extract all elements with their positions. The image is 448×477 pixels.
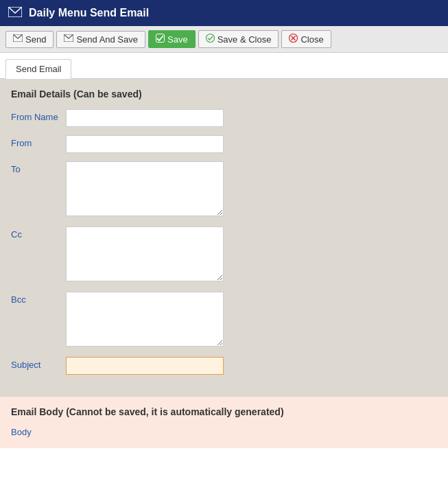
from-name-row: From Name: [11, 109, 437, 127]
save-close-label: Save & Close: [217, 34, 272, 45]
cc-input[interactable]: [66, 226, 224, 281]
from-row: From: [11, 135, 437, 153]
bcc-field: [66, 292, 437, 349]
email-details-section: Email Details (Can be saved) From Name F…: [0, 79, 448, 397]
content: Email Details (Can be saved) From Name F…: [0, 79, 448, 448]
body-label: Body: [11, 427, 437, 437]
from-name-field: [66, 109, 437, 127]
from-input[interactable]: [66, 135, 224, 153]
cc-field: [66, 226, 437, 283]
from-name-input[interactable]: [66, 109, 224, 127]
from-label: From: [11, 135, 66, 148]
subject-label: Subject: [11, 357, 66, 370]
send-envelope-icon: [13, 34, 23, 44]
send-and-save-label: Send And Save: [76, 34, 138, 45]
email-body-title: Email Body (Cannot be saved, it is autom…: [11, 406, 437, 417]
save-check-icon: [156, 34, 165, 45]
toolbar: Send Send And Save Save Save & Close: [0, 26, 448, 53]
send-and-save-button[interactable]: Send And Save: [56, 31, 145, 48]
save-label: Save: [167, 34, 188, 45]
from-field: [66, 135, 437, 153]
send-label: Send: [25, 34, 46, 45]
bcc-row: Bcc: [11, 292, 437, 349]
send-email-tab-label: Send Email: [16, 64, 61, 74]
title-bar: Daily Menu Send Email: [0, 0, 448, 26]
cc-label: Cc: [11, 226, 66, 240]
subject-input[interactable]: [66, 357, 224, 375]
subject-field: [66, 357, 437, 375]
cc-row: Cc: [11, 226, 437, 283]
save-close-check-icon: [206, 34, 215, 45]
bcc-input[interactable]: [66, 292, 224, 347]
to-row: To: [11, 161, 437, 218]
to-field: [66, 161, 437, 218]
send-save-envelope-icon: [64, 34, 73, 44]
tab-bar: Send Email: [0, 53, 448, 79]
save-close-button[interactable]: Save & Close: [198, 30, 279, 48]
from-name-label: From Name: [11, 109, 66, 122]
subject-row: Subject: [11, 357, 437, 375]
envelope-icon: [8, 7, 22, 19]
page-title: Daily Menu Send Email: [29, 7, 149, 19]
svg-rect-3: [156, 34, 165, 43]
email-body-section: Email Body (Cannot be saved, it is autom…: [0, 397, 448, 448]
to-input[interactable]: [66, 161, 224, 216]
svg-point-4: [206, 34, 214, 43]
close-button[interactable]: Close: [281, 30, 331, 48]
close-label: Close: [300, 34, 323, 45]
save-button[interactable]: Save: [148, 30, 196, 48]
to-label: To: [11, 161, 66, 174]
close-x-icon: [289, 34, 298, 45]
send-email-tab[interactable]: Send Email: [5, 59, 71, 79]
send-button[interactable]: Send: [5, 31, 54, 48]
email-details-title: Email Details (Can be saved): [11, 89, 437, 100]
bcc-label: Bcc: [11, 292, 66, 305]
